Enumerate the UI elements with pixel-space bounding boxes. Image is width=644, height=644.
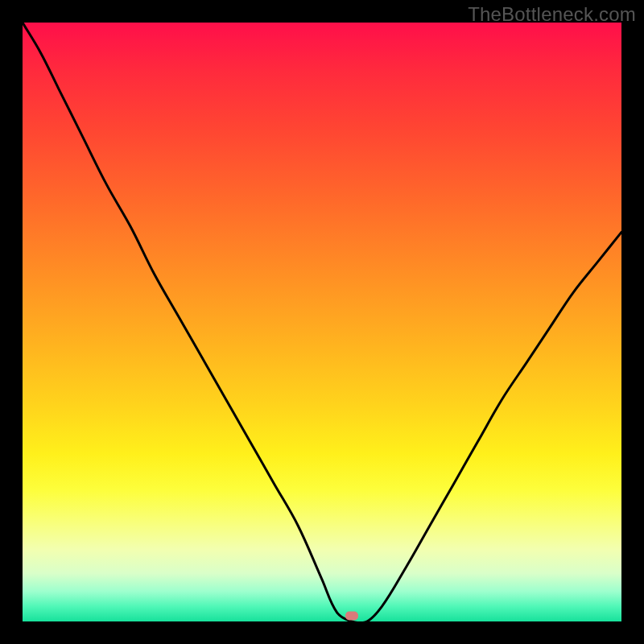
plot-area — [23, 23, 621, 621]
bottleneck-curve-path — [23, 23, 621, 621]
chart-frame: TheBottleneck.com — [0, 0, 644, 644]
optimal-point-marker — [345, 611, 358, 620]
watermark-text: TheBottleneck.com — [468, 3, 636, 26]
curve-svg — [23, 23, 621, 621]
